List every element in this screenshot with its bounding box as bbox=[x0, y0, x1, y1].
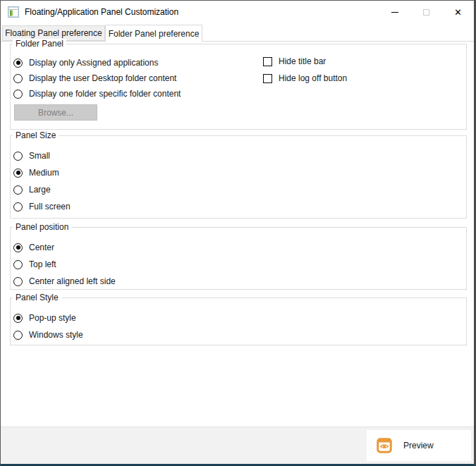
checkbox-label: Hide log off button bbox=[279, 73, 347, 83]
group-legend: Panel position bbox=[13, 222, 71, 233]
radio-icon[interactable] bbox=[13, 314, 23, 323]
window-title: Floating/Application Panel Customization bbox=[25, 7, 178, 17]
radio-label: Display only Assigned applications bbox=[29, 58, 158, 68]
radio-icon[interactable] bbox=[13, 168, 23, 178]
dialog-window: Floating/Application Panel Customization… bbox=[0, 0, 476, 466]
radio-style-windows[interactable]: Windows style bbox=[13, 326, 83, 343]
radio-label: Display the user Desktop folder content bbox=[29, 73, 176, 83]
browse-button[interactable]: Browse... bbox=[14, 104, 97, 121]
group-legend: Panel Size bbox=[13, 130, 59, 141]
radio-icon[interactable] bbox=[13, 152, 23, 161]
radio-icon[interactable] bbox=[13, 277, 23, 286]
checkbox-icon[interactable] bbox=[263, 57, 272, 66]
radio-icon[interactable] bbox=[13, 331, 23, 340]
radio-display-desktop-folder[interactable]: Display the user Desktop folder content bbox=[13, 70, 181, 86]
checkbox-hide-log-off[interactable]: Hide log off button bbox=[263, 70, 347, 87]
radio-label: Top left bbox=[29, 259, 56, 269]
checkbox-hide-title-bar[interactable]: Hide title bar bbox=[263, 53, 347, 70]
radio-label: Small bbox=[29, 151, 50, 161]
titlebar: Floating/Application Panel Customization… bbox=[1, 1, 474, 23]
radio-size-medium[interactable]: Medium bbox=[13, 164, 71, 181]
radio-icon[interactable] bbox=[13, 243, 23, 252]
radio-size-full-screen[interactable]: Full screen bbox=[13, 198, 71, 215]
panel-style-radio-group: Pop-up style Windows style bbox=[13, 309, 83, 343]
panel-position-radio-group: Center Top left Center aligned left side bbox=[13, 239, 116, 290]
radio-display-assigned-apps[interactable]: Display only Assigned applications bbox=[13, 55, 181, 70]
radio-label: Pop-up style bbox=[29, 313, 76, 323]
radio-label: Windows style bbox=[29, 330, 83, 340]
group-legend: Folder Panel bbox=[13, 39, 66, 49]
minimize-button[interactable] bbox=[379, 1, 410, 23]
radio-label: Full screen bbox=[29, 202, 71, 211]
radio-icon[interactable] bbox=[13, 202, 23, 211]
radio-position-center[interactable]: Center bbox=[13, 239, 116, 256]
folder-panel-checkbox-group: Hide title bar Hide log off button bbox=[263, 53, 347, 87]
radio-style-popup[interactable]: Pop-up style bbox=[13, 309, 83, 326]
group-panel-position: Panel position Center Top left Center al… bbox=[10, 227, 467, 290]
radio-label: Center bbox=[29, 243, 54, 252]
radio-position-top-left[interactable]: Top left bbox=[13, 256, 116, 273]
preview-eye-icon bbox=[377, 438, 392, 453]
preview-button[interactable]: Preview bbox=[367, 430, 471, 461]
radio-position-center-left[interactable]: Center aligned left side bbox=[13, 273, 116, 290]
close-button[interactable]: ✕ bbox=[442, 1, 474, 23]
app-icon bbox=[8, 6, 19, 18]
radio-label: Large bbox=[29, 185, 51, 195]
minimize-icon bbox=[391, 12, 398, 13]
radio-icon[interactable] bbox=[13, 260, 23, 269]
tab-bar: Floating Panel preference Folder Panel p… bbox=[1, 23, 474, 41]
radio-size-large[interactable]: Large bbox=[13, 181, 71, 198]
tab-label: Folder Panel preference bbox=[109, 29, 200, 39]
tab-label: Floating Panel preference bbox=[5, 28, 102, 38]
tab-folder-panel-preference[interactable]: Folder Panel preference bbox=[105, 25, 202, 42]
footer: Preview bbox=[1, 427, 474, 464]
radio-display-specific-folder[interactable]: Display one folder specific folder conte… bbox=[13, 86, 181, 102]
radio-label: Medium bbox=[29, 168, 59, 178]
tab-page-folder-panel-preference: Folder Panel Display only Assigned appli… bbox=[1, 41, 474, 427]
group-folder-panel: Folder Panel Display only Assigned appli… bbox=[10, 44, 467, 130]
close-icon: ✕ bbox=[454, 8, 462, 17]
radio-label: Center aligned left side bbox=[29, 276, 116, 286]
checkbox-label: Hide title bar bbox=[279, 56, 326, 66]
panel-size-radio-group: Small Medium Large Full screen bbox=[13, 147, 71, 215]
preview-button-label: Preview bbox=[403, 441, 434, 450]
radio-label: Display one folder specific folder conte… bbox=[29, 89, 181, 99]
maximize-icon bbox=[423, 9, 429, 16]
group-legend: Panel Style bbox=[13, 293, 61, 303]
folder-panel-radio-group: Display only Assigned applications Displ… bbox=[13, 55, 181, 102]
radio-icon[interactable] bbox=[13, 59, 23, 68]
group-panel-size: Panel Size Small Medium Large Full scree… bbox=[10, 135, 467, 219]
radio-size-small[interactable]: Small bbox=[13, 147, 71, 164]
radio-icon[interactable] bbox=[13, 90, 23, 99]
group-panel-style: Panel Style Pop-up style Windows style bbox=[10, 298, 467, 345]
radio-icon[interactable] bbox=[13, 74, 23, 83]
checkbox-icon[interactable] bbox=[263, 74, 272, 83]
radio-icon[interactable] bbox=[13, 185, 23, 195]
maximize-button[interactable] bbox=[410, 1, 442, 23]
window-controls: ✕ bbox=[379, 1, 474, 23]
